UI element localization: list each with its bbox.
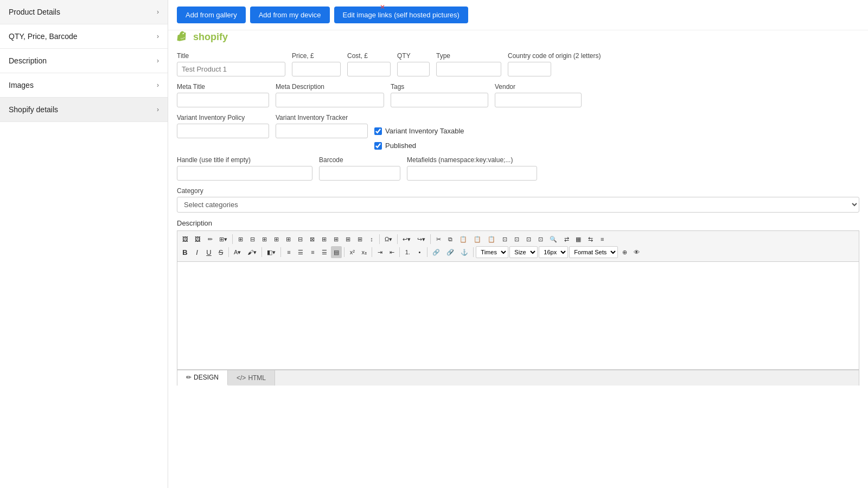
toolbar-f3-btn[interactable]: ⊡ (523, 233, 534, 245)
field-country: Country code of origin (2 letters) (508, 52, 601, 76)
cost-input[interactable] (347, 62, 391, 76)
toolbar-table-btn[interactable]: ⊞▾ (216, 233, 230, 245)
toolbar-t11-btn[interactable]: ⊞ (354, 233, 365, 245)
toolbar-f2-btn[interactable]: ⊡ (511, 233, 522, 245)
toolbar-dir-btn[interactable]: ⇆ (585, 233, 596, 245)
toolbar-image-btn[interactable]: 🖼 (180, 233, 191, 245)
sidebar-item-product-details[interactable]: Product Details › (0, 0, 168, 24)
type-input[interactable] (436, 62, 501, 76)
toolbar-t7-btn[interactable]: ⊠ (307, 233, 317, 245)
toolbar-t6-btn[interactable]: ⊟ (295, 233, 305, 245)
superscript-btn[interactable]: x² (347, 246, 358, 258)
sidebar-item-description[interactable]: Description › (0, 49, 168, 73)
toolbar-t4-btn[interactable]: ⊞ (271, 233, 282, 245)
unordered-list-btn[interactable]: • (414, 246, 425, 258)
font-color-btn[interactable]: A▾ (231, 246, 244, 258)
outdent-btn[interactable]: ⇤ (386, 246, 397, 258)
close-icon[interactable]: ✕ (380, 3, 385, 11)
format-sets-select[interactable]: Format Sets (569, 246, 618, 258)
indent-btn[interactable]: ⇥ (374, 246, 385, 258)
italic-btn[interactable]: I (192, 246, 202, 258)
toolbar-t8-btn[interactable]: ⊞ (318, 233, 329, 245)
title-label: Title (177, 52, 285, 60)
bg-color-btn[interactable]: 🖌▾ (245, 246, 259, 258)
toolbar-paste2-btn[interactable]: 📋 (471, 233, 484, 245)
vendor-input[interactable]: Hamster Vision (495, 93, 582, 107)
toolbar-t9-btn[interactable]: ⊞ (330, 233, 341, 245)
price-input[interactable]: 500.00 (292, 62, 341, 76)
sidebar-item-shopify[interactable]: Shopify details › (0, 98, 168, 122)
preview-btn[interactable]: 👁 (631, 246, 642, 258)
inv-tracker-input[interactable]: shopify (276, 124, 368, 138)
cost-label: Cost, £ (347, 52, 391, 60)
add-from-device-button[interactable]: Add from my device (250, 7, 330, 23)
align-justify-btn[interactable]: ☰ (319, 246, 330, 258)
inv-taxable-checkbox[interactable] (374, 127, 382, 135)
chevron-right-icon: › (157, 57, 159, 65)
qty-input[interactable]: 161 (397, 62, 430, 76)
toolbar-t5-btn[interactable]: ⊞ (283, 233, 293, 245)
toolbar-t10-btn[interactable]: ⊞ (342, 233, 353, 245)
design-tab[interactable]: ✏ DESIGN (177, 370, 228, 386)
align-right-btn[interactable]: ≡ (307, 246, 318, 258)
toolbar-paste-btn[interactable]: 📋 (457, 233, 470, 245)
toolbar-t3-btn[interactable]: ⊞ (259, 233, 270, 245)
toolbar-t2-btn[interactable]: ⊟ (247, 233, 258, 245)
editor-area[interactable] (177, 261, 859, 370)
toolbar-paste3-btn[interactable]: 📋 (485, 233, 498, 245)
meta-desc-label: Meta Description (276, 83, 384, 91)
align-left-btn[interactable]: ≡ (283, 246, 294, 258)
anchor-btn[interactable]: ⚓ (458, 246, 471, 258)
sidebar-item-qty-price[interactable]: QTY, Price, Barcode › (0, 24, 168, 49)
toolbar-f4-btn[interactable]: ⊡ (535, 233, 546, 245)
toolbar-replace-btn[interactable]: ⇄ (561, 233, 572, 245)
metafields-input[interactable] (407, 166, 537, 181)
font-size-px-select[interactable]: 16px (539, 246, 568, 258)
toolbar-cut-btn[interactable]: ✂ (433, 233, 444, 245)
toolbar-omega-btn[interactable]: Ω▾ (382, 233, 395, 245)
inv-policy-input[interactable] (177, 124, 269, 138)
handle-input[interactable] (177, 166, 312, 181)
toolbar-sep-8 (344, 247, 344, 257)
toolbar-redo-btn[interactable]: ↪▾ (414, 233, 428, 245)
sidebar-item-images[interactable]: Images › (0, 73, 168, 98)
font-size-select[interactable]: Size (509, 246, 538, 258)
source-btn[interactable]: ⊕ (619, 246, 630, 258)
chevron-right-icon: › (157, 81, 159, 89)
toolbar-link-btn[interactable]: ✏ (205, 233, 215, 245)
title-input[interactable] (177, 62, 285, 76)
toolbar-select-btn[interactable]: ▦ (573, 233, 584, 245)
toolbar-t1-btn[interactable]: ⊞ (235, 233, 246, 245)
tags-input[interactable]: RKI:15.00 (391, 93, 488, 107)
subscript-btn[interactable]: x₂ (359, 246, 369, 258)
published-checkbox[interactable] (374, 142, 382, 150)
align-select-btn[interactable]: ◧▾ (264, 246, 278, 258)
bold-btn[interactable]: B (180, 246, 190, 258)
country-input[interactable] (508, 62, 551, 76)
underline-btn[interactable]: U (203, 246, 214, 258)
barcode-input[interactable] (319, 166, 400, 181)
font-family-select[interactable]: Times (476, 246, 508, 258)
meta-desc-input[interactable] (276, 93, 384, 107)
field-tags: Tags RKI:15.00 (391, 83, 488, 107)
toolbar-img2-btn[interactable]: 🖼 (192, 233, 203, 245)
toolbar-f1-btn[interactable]: ⊡ (499, 233, 510, 245)
category-select[interactable]: Select categories (177, 197, 859, 213)
strikethrough-btn[interactable]: S (215, 246, 226, 258)
toolbar-undo-btn[interactable]: ↩▾ (400, 233, 413, 245)
align-center-btn[interactable]: ☰ (295, 246, 306, 258)
block-active-btn[interactable]: ▤ (331, 246, 342, 258)
toolbar-t12-btn[interactable]: ↕ (366, 233, 377, 245)
link-btn[interactable]: 🔗 (430, 246, 443, 258)
toolbar-find-btn[interactable]: 🔍 (547, 233, 560, 245)
toolbar-more-btn[interactable]: ≡ (597, 233, 608, 245)
unlink-btn[interactable]: 🔗̸ (444, 246, 457, 258)
html-tab[interactable]: </> HTML (228, 370, 275, 386)
edit-image-links-button[interactable]: Edit image links (self hosted pictures) (334, 7, 468, 23)
shopify-section: shopify Title Price, £ 500.00 Cost, £ QT… (168, 30, 868, 394)
meta-title-input[interactable] (177, 93, 269, 107)
add-from-gallery-button[interactable]: Add from gallery (177, 7, 246, 23)
toolbar-copy-btn[interactable]: ⧉ (445, 233, 456, 245)
ordered-list-btn[interactable]: 1. (402, 246, 413, 258)
form-row-4: Handle (use title if empty) Barcode Meta… (177, 156, 859, 181)
